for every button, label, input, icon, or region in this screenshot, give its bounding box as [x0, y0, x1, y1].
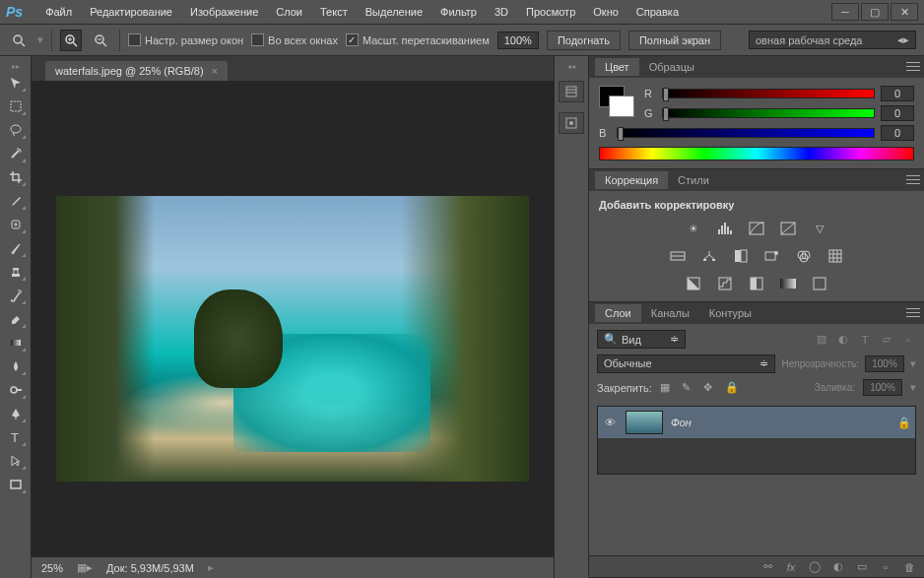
menu-window[interactable]: Окно	[584, 2, 627, 22]
tab-styles[interactable]: Стили	[668, 171, 719, 189]
color-panel-menu-icon[interactable]	[906, 60, 920, 72]
clone-stamp-tool[interactable]	[4, 261, 28, 283]
layer-style-icon[interactable]: fx	[784, 561, 798, 573]
eraser-tool[interactable]	[4, 308, 28, 330]
layer-name[interactable]: Фон	[671, 417, 890, 428]
new-fill-adjustment-icon[interactable]: ◐	[831, 560, 845, 573]
maximize-button[interactable]: ▢	[861, 3, 889, 21]
threshold-icon[interactable]	[746, 274, 767, 293]
tab-layers[interactable]: Слои	[595, 304, 641, 322]
workspace-dropdown[interactable]: овная рабочая среда◂▸	[749, 31, 916, 49]
g-value[interactable]: 0	[881, 105, 914, 121]
filter-adjustment-icon[interactable]: ◐	[835, 333, 851, 347]
layer-filter-dropdown[interactable]: 🔍 Вид≑	[597, 330, 686, 349]
canvas-area[interactable]	[32, 81, 554, 556]
lock-position-icon[interactable]: ✥	[703, 381, 717, 395]
menu-file[interactable]: Файл	[36, 2, 81, 22]
healing-brush-tool[interactable]	[4, 214, 28, 235]
status-zoom[interactable]: 25%	[41, 562, 63, 574]
layer-lock-icon[interactable]: 🔒	[897, 417, 911, 429]
background-color-swatch[interactable]	[609, 96, 634, 117]
lock-transparency-icon[interactable]: ▦	[660, 381, 674, 395]
menu-layers[interactable]: Слои	[267, 2, 311, 22]
menu-3d[interactable]: 3D	[486, 2, 517, 22]
menu-view[interactable]: Просмотр	[517, 2, 584, 22]
properties-panel-icon[interactable]	[559, 112, 584, 134]
rectangle-tool[interactable]	[4, 474, 28, 495]
layer-thumbnail[interactable]	[626, 411, 663, 434]
b-value[interactable]: 0	[881, 125, 914, 141]
toolbox-grip[interactable]: ▸▸	[6, 62, 26, 70]
menu-text[interactable]: Текст	[311, 2, 357, 22]
b-slider[interactable]	[617, 128, 875, 138]
all-windows-checkbox[interactable]: Во всех окнах	[251, 33, 338, 46]
lock-all-icon[interactable]: 🔒	[725, 381, 739, 395]
hue-saturation-icon[interactable]	[667, 246, 689, 266]
color-lookup-icon[interactable]	[825, 246, 846, 266]
color-spectrum[interactable]	[599, 147, 914, 161]
blend-mode-dropdown[interactable]: Обычные≑	[597, 354, 775, 373]
vibrance-icon[interactable]: ▽	[809, 219, 830, 238]
zoom-tool-indicator-icon[interactable]	[8, 30, 30, 51]
type-tool[interactable]: T	[4, 426, 28, 448]
r-value[interactable]: 0	[881, 86, 914, 101]
tab-paths[interactable]: Контуры	[699, 304, 761, 322]
filter-shape-icon[interactable]: ▱	[879, 333, 894, 347]
eyedropper-tool[interactable]	[4, 190, 28, 212]
delete-layer-icon[interactable]: 🗑	[902, 561, 916, 573]
filter-pixel-icon[interactable]: ▧	[814, 333, 829, 347]
tab-swatches[interactable]: Образцы	[639, 58, 704, 76]
invert-icon[interactable]	[683, 274, 704, 293]
layer-mask-icon[interactable]: ◯	[808, 560, 822, 573]
pen-tool[interactable]	[4, 403, 28, 424]
menu-filter[interactable]: Фильтр	[431, 2, 486, 22]
black-white-icon[interactable]	[730, 246, 752, 266]
menu-select[interactable]: Выделение	[357, 2, 431, 22]
layers-panel-menu-icon[interactable]	[906, 306, 920, 318]
gradient-map-icon[interactable]	[777, 274, 799, 293]
dodge-tool[interactable]	[4, 379, 28, 401]
color-balance-icon[interactable]	[698, 246, 720, 266]
r-slider[interactable]	[662, 89, 875, 98]
channel-mixer-icon[interactable]	[793, 246, 815, 266]
marquee-tool[interactable]	[4, 96, 28, 117]
menu-edit[interactable]: Редактирование	[81, 2, 181, 22]
document-tab[interactable]: waterfals.jpeg @ 25% (RGB/8) ×	[45, 61, 228, 81]
opacity-field[interactable]: 100%	[865, 355, 904, 372]
exposure-icon[interactable]	[777, 219, 799, 238]
tab-channels[interactable]: Каналы	[641, 304, 699, 322]
close-button[interactable]: ✕	[891, 3, 918, 21]
zoom-in-icon[interactable]	[60, 30, 82, 51]
zoom-field[interactable]: 100%	[497, 32, 539, 49]
magic-wand-tool[interactable]	[4, 143, 28, 164]
brush-tool[interactable]	[4, 237, 28, 259]
close-tab-icon[interactable]: ×	[212, 65, 218, 77]
brightness-contrast-icon[interactable]: ☀	[683, 219, 704, 238]
crop-tool[interactable]	[4, 166, 28, 188]
curves-icon[interactable]	[746, 219, 767, 238]
filter-smart-icon[interactable]: ▫	[900, 333, 916, 347]
g-slider[interactable]	[662, 108, 875, 118]
levels-icon[interactable]	[714, 219, 736, 238]
status-preview-icon[interactable]: ▦▸	[77, 561, 93, 574]
posterize-icon[interactable]	[714, 274, 736, 293]
adjustments-panel-menu-icon[interactable]	[906, 173, 920, 185]
filter-type-icon[interactable]: T	[857, 333, 873, 347]
fill-field[interactable]: 100%	[863, 379, 902, 396]
menu-image[interactable]: Изображение	[181, 2, 267, 22]
move-tool[interactable]	[4, 72, 28, 94]
full-screen-button[interactable]: Полный экран	[628, 31, 721, 50]
minimize-button[interactable]: ─	[831, 3, 859, 21]
selective-color-icon[interactable]	[809, 274, 830, 293]
tab-color[interactable]: Цвет	[595, 58, 639, 76]
blur-tool[interactable]	[4, 355, 28, 377]
zoom-out-icon[interactable]	[90, 30, 111, 51]
new-group-icon[interactable]: ▭	[855, 560, 869, 573]
lasso-tool[interactable]	[4, 119, 28, 141]
history-panel-icon[interactable]	[559, 81, 584, 102]
menu-help[interactable]: Справка	[627, 2, 688, 22]
resize-windows-checkbox[interactable]: Настр. размер окон	[128, 33, 243, 46]
lock-image-icon[interactable]: ✎	[682, 381, 695, 395]
path-selection-tool[interactable]	[4, 450, 28, 472]
gradient-tool[interactable]	[4, 332, 28, 353]
